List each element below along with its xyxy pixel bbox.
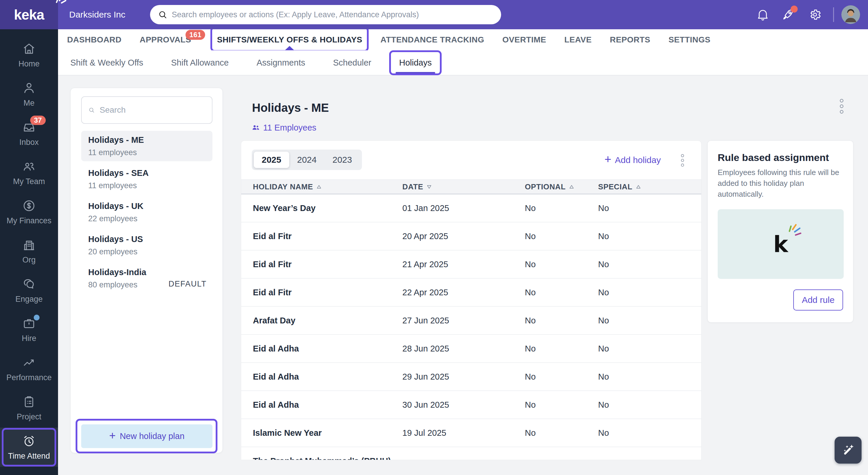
nav-tab-attendance-tracking[interactable]: ATTENDANCE TRACKING <box>380 29 484 50</box>
subtab-shift-allowance[interactable]: Shift Allowance <box>171 58 229 68</box>
year-tab-2023[interactable]: 2023 <box>325 151 360 168</box>
table-row[interactable]: Eid al Fitr 20 Apr 2025 No No <box>241 223 701 250</box>
nav-tab-shifts-weekly-offs-holidays[interactable]: SHIFTS/WEEKLY OFFS & HOLIDAYS <box>217 29 362 50</box>
subtab-label: Scheduler <box>333 58 371 67</box>
sidebar-item-my-team[interactable]: My Team <box>0 153 58 192</box>
nav-tab-overtime[interactable]: OVERTIME <box>502 29 546 50</box>
keka-logo[interactable]: keka <box>0 0 58 29</box>
org-icon <box>22 238 36 252</box>
nav-tab-reports[interactable]: REPORTS <box>610 29 650 50</box>
plan-name: Holidays - ME <box>88 135 206 145</box>
holiday-optional: No <box>525 288 598 297</box>
plan-item-holidays-me[interactable]: Holidays - ME 11 employees <box>81 131 213 161</box>
add-holiday-label: Add holiday <box>615 155 661 165</box>
column-header-holiday-name[interactable]: HOLIDAY NAME <box>241 182 402 192</box>
sidebar-item-time-attend[interactable]: Time Attend <box>0 428 58 467</box>
table-row[interactable]: Islamic New Year 19 Jul 2025 No No <box>241 419 701 447</box>
column-label: SPECIAL <box>598 182 632 192</box>
subtab-scheduler[interactable]: Scheduler <box>333 58 371 68</box>
table-row[interactable]: Eid al Fitr 22 Apr 2025 No No <box>241 279 701 307</box>
holiday-date: 22 Apr 2025 <box>402 288 525 297</box>
sidebar-item-home[interactable]: Home <box>0 35 58 75</box>
column-header-date[interactable]: DATE <box>402 182 525 192</box>
year-switcher: 2025 2024 2023 <box>252 149 362 170</box>
sidebar-item-my-finances[interactable]: My Finances <box>0 192 58 232</box>
sidebar-item-org[interactable]: Org <box>0 232 58 271</box>
column-label: OPTIONAL <box>525 182 565 192</box>
brand-wordmark: keka <box>14 7 44 23</box>
plan-search[interactable] <box>81 96 213 124</box>
performance-icon <box>22 355 36 370</box>
column-header-special[interactable]: SPECIAL <box>598 182 701 192</box>
global-search-input[interactable] <box>172 10 494 19</box>
rocket-notification-dot <box>790 6 798 12</box>
sidebar-item-me[interactable]: Me <box>0 75 58 114</box>
add-holiday-button[interactable]: + Add holiday <box>604 154 661 166</box>
holiday-name: Arafat Day <box>241 316 402 326</box>
new-holiday-plan-button[interactable]: + New holiday plan <box>81 425 213 448</box>
notifications-bell-icon[interactable] <box>756 8 770 21</box>
column-header-optional[interactable]: OPTIONAL <box>525 182 598 192</box>
table-row[interactable]: Eid al Adha 28 Jun 2025 No No <box>241 335 701 363</box>
nav-tab-label: OVERTIME <box>502 35 546 44</box>
nav-tab-label: LEAVE <box>564 35 592 44</box>
ai-assistant-fab[interactable] <box>835 437 862 464</box>
new-holiday-plan-label: New holiday plan <box>120 431 185 441</box>
default-plan-badge: DEFAULT <box>168 279 207 289</box>
holiday-special: No <box>598 232 701 241</box>
holiday-optional: No <box>525 316 598 326</box>
sidebar-item-hire[interactable]: Hire <box>0 310 58 349</box>
plan-item-holidays-india[interactable]: Holidays-India 80 employees DEFAULT <box>81 263 213 294</box>
employees-link[interactable]: 11 Employees <box>251 123 316 133</box>
holiday-plan-list: Holidays - ME 11 employees Holidays - SE… <box>81 131 213 294</box>
table-row[interactable]: Eid al Fitr 21 Apr 2025 No No <box>241 250 701 279</box>
table-options-kebab-icon[interactable] <box>681 154 684 167</box>
nav-tab-settings[interactable]: SETTINGS <box>669 29 710 50</box>
settings-gear-icon[interactable] <box>808 8 822 21</box>
table-row[interactable]: Eid al Adha 30 Jun 2025 No No <box>241 391 701 419</box>
year-tab-2025[interactable]: 2025 <box>254 151 289 168</box>
whats-new-rocket-icon[interactable] <box>781 8 795 21</box>
subtab-assignments[interactable]: Assignments <box>256 58 305 68</box>
plus-icon: + <box>604 153 611 166</box>
add-rule-button[interactable]: Add rule <box>793 290 843 310</box>
holiday-date: 01 Jan 2025 <box>402 203 525 213</box>
nav-tab-approvals[interactable]: APPROVALS 161 <box>140 29 191 50</box>
plan-item-holidays-us[interactable]: Holidays - US 20 employees <box>81 230 213 261</box>
table-row[interactable]: Arafat Day 27 Jun 2025 No No <box>241 307 701 335</box>
sidebar-item-project[interactable]: Project <box>0 388 58 428</box>
holiday-date: 20 Apr 2025 <box>402 232 525 241</box>
inbox-count-badge: 37 <box>30 115 46 125</box>
table-row[interactable]: New Year’s Day 01 Jan 2025 No No <box>241 194 701 223</box>
sidebar-item-engage[interactable]: Engage <box>0 271 58 310</box>
subtab-holidays[interactable]: Holidays <box>399 58 432 68</box>
plan-options-kebab-icon[interactable] <box>840 99 843 113</box>
nav-tab-dashboard[interactable]: DASHBOARD <box>67 29 122 50</box>
table-row[interactable]: The Prophet Muhammad’s (PBUH) <box>241 447 701 460</box>
plan-employee-count: 22 employees <box>88 214 206 223</box>
holiday-date: 30 Jun 2025 <box>402 400 525 410</box>
global-search[interactable] <box>150 5 501 24</box>
table-row[interactable]: Eid al Adha 29 Jun 2025 No No <box>241 363 701 391</box>
active-tab-indicator <box>285 46 294 50</box>
nav-tab-label: ATTENDANCE TRACKING <box>380 35 484 44</box>
subtab-shift-weekly-offs[interactable]: Shift & Weekly Offs <box>70 58 143 68</box>
sidebar-item-performance[interactable]: Performance <box>0 349 58 388</box>
year-tab-2024[interactable]: 2024 <box>289 151 325 168</box>
sub-nav: Shift & Weekly Offs Shift Allowance Assi… <box>58 50 868 75</box>
plan-search-input[interactable] <box>100 105 206 115</box>
holiday-name: Eid al Adha <box>241 400 402 410</box>
plan-employee-count: 11 employees <box>88 148 206 157</box>
user-avatar[interactable] <box>841 5 860 24</box>
approvals-count-badge: 161 <box>186 30 205 40</box>
sort-asc-icon <box>316 185 321 189</box>
sort-asc-icon <box>636 185 641 189</box>
plan-employee-count: 20 employees <box>88 247 206 257</box>
nav-tab-leave[interactable]: LEAVE <box>564 29 592 50</box>
finances-icon <box>22 199 36 213</box>
plan-item-holidays-uk[interactable]: Holidays - UK 22 employees <box>81 197 213 228</box>
table-header: HOLIDAY NAME DATE OPTIONAL SPECIAL <box>241 179 701 194</box>
sidebar-item-inbox[interactable]: 37 Inbox <box>0 114 58 153</box>
plan-item-holidays-sea[interactable]: Holidays - SEA 11 employees <box>81 164 213 194</box>
holiday-plans-panel: Holidays - ME 11 employees Holidays - SE… <box>70 88 223 453</box>
